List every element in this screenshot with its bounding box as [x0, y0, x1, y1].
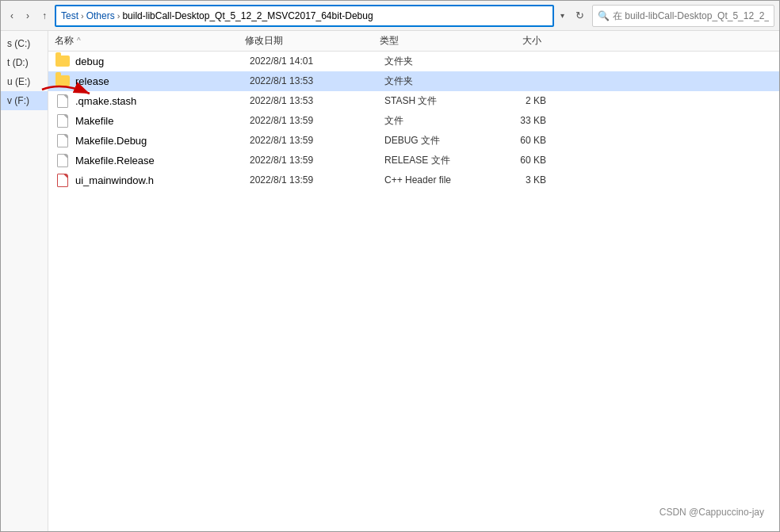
- file-size: 2 KB: [495, 95, 559, 106]
- table-row[interactable]: Makefile.Release2022/8/1 13:59RELEASE 文件…: [48, 151, 779, 170]
- file-date: 2022/8/1 13:53: [250, 95, 384, 106]
- file-type: 文件夹: [384, 55, 495, 68]
- table-row[interactable]: ui_mainwindow.h2022/8/1 13:59C++ Header …: [48, 170, 779, 190]
- file-type: DEBUG 文件: [384, 134, 495, 147]
- file-name: release: [75, 75, 250, 87]
- file-date: 2022/8/1 13:59: [250, 135, 384, 146]
- file-icon: [55, 153, 71, 167]
- breadcrumb-bar[interactable]: Test › Others › build-libCall-Desktop_Qt…: [55, 5, 554, 27]
- forward-button[interactable]: ›: [21, 8, 34, 24]
- file-size: 60 KB: [495, 155, 559, 166]
- breadcrumb-current: build-libCall-Desktop_Qt_5_12_2_MSVC2017…: [122, 10, 373, 21]
- file-type: C++ Header file: [384, 174, 495, 186]
- drive-d[interactable]: t (D:): [1, 53, 48, 72]
- file-size: 60 KB: [495, 135, 559, 146]
- file-date: 2022/8/1 13:59: [250, 155, 384, 166]
- col-header-name[interactable]: 名称 ^: [55, 34, 245, 48]
- file-name: Makefile: [75, 115, 250, 127]
- drive-list: s (C:) t (D:) u (E:) v (F:): [1, 31, 48, 531]
- breadcrumb-others[interactable]: Others: [86, 10, 115, 21]
- file-size: 3 KB: [495, 174, 559, 186]
- file-type: 文件: [384, 114, 495, 128]
- drive-f[interactable]: v (F:): [1, 91, 48, 110]
- search-input[interactable]: [613, 10, 769, 21]
- file-name: .qmake.stash: [75, 95, 250, 107]
- table-row[interactable]: Makefile.Debug2022/8/1 13:59DEBUG 文件60 K…: [48, 131, 779, 151]
- file-name: debug: [75, 55, 250, 67]
- file-type: RELEASE 文件: [384, 154, 495, 167]
- column-headers: 名称 ^ 修改日期 类型 大小: [48, 31, 779, 52]
- file-type: 文件夹: [384, 75, 495, 88]
- file-date: 2022/8/1 14:01: [250, 55, 384, 67]
- file-icon: [55, 113, 71, 128]
- back-button[interactable]: ‹: [6, 8, 18, 24]
- file-icon: [55, 94, 71, 108]
- file-area: 名称 ^ 修改日期 类型 大小 debug2022/8/1 14:01文件夹re…: [48, 31, 779, 531]
- table-row[interactable]: debug2022/8/1 14:01文件夹: [48, 52, 779, 71]
- file-name: ui_mainwindow.h: [75, 174, 250, 186]
- file-list: debug2022/8/1 14:01文件夹release2022/8/1 13…: [48, 52, 779, 531]
- address-bar: ‹ › ↑ Test › Others › build-libCall-Desk…: [1, 1, 779, 31]
- search-icon: 🔍: [598, 10, 610, 21]
- file-explorer-window: ‹ › ↑ Test › Others › build-libCall-Desk…: [0, 0, 780, 532]
- file-date: 2022/8/1 13:59: [250, 174, 384, 186]
- up-button[interactable]: ↑: [37, 8, 52, 24]
- watermark: CSDN @Cappuccino-jay: [660, 507, 764, 518]
- file-icon: [55, 133, 71, 147]
- file-date: 2022/8/1 13:53: [250, 75, 384, 86]
- search-bar[interactable]: 🔍: [592, 5, 774, 27]
- folder-icon: [55, 54, 71, 68]
- table-row[interactable]: Makefile2022/8/1 13:59文件33 KB: [48, 111, 779, 131]
- file-name: Makefile.Release: [75, 155, 250, 166]
- col-header-type[interactable]: 类型: [380, 34, 491, 48]
- col-header-date[interactable]: 修改日期: [245, 34, 380, 48]
- folder-icon: [55, 74, 71, 88]
- hfile-icon: [55, 173, 71, 187]
- col-header-size[interactable]: 大小: [491, 34, 554, 48]
- file-type: STASH 文件: [384, 94, 495, 108]
- drive-e[interactable]: u (E:): [1, 72, 48, 91]
- path-dropdown-button[interactable]: ▾: [557, 10, 568, 21]
- table-row[interactable]: .qmake.stash2022/8/1 13:53STASH 文件2 KB: [48, 91, 779, 111]
- table-row[interactable]: release2022/8/1 13:53文件夹: [48, 71, 779, 91]
- file-size: 33 KB: [495, 115, 559, 126]
- breadcrumb-test[interactable]: Test: [61, 10, 78, 21]
- drive-c[interactable]: s (C:): [1, 34, 48, 53]
- sort-arrow-icon: ^: [77, 36, 81, 45]
- refresh-button[interactable]: ↻: [571, 7, 589, 24]
- breadcrumb-sep-2: ›: [117, 11, 120, 21]
- main-area: s (C:) t (D:) u (E:) v (F:) 名称 ^ 修改日期 类型…: [1, 31, 779, 531]
- file-date: 2022/8/1 13:59: [250, 115, 384, 126]
- breadcrumb-sep-1: ›: [81, 11, 84, 21]
- file-name: Makefile.Debug: [75, 135, 250, 147]
